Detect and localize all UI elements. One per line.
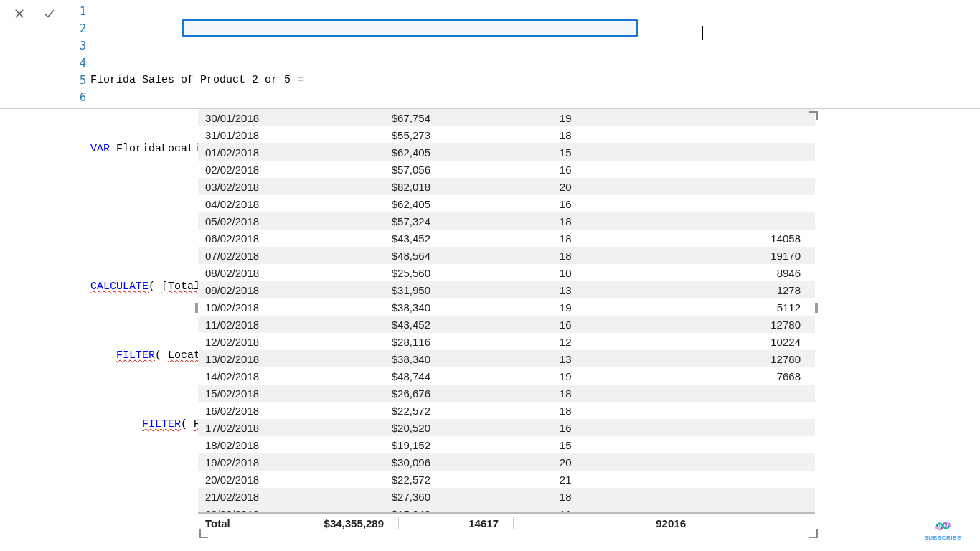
selection-corner-tr[interactable] [809, 111, 818, 120]
cell-date: 16/02/2018 [198, 402, 313, 419]
cell-amount: $31,950 [313, 281, 445, 298]
table-row[interactable]: 13/02/2018$38,3401312780 [198, 350, 815, 367]
cell-count: 18 [445, 488, 586, 505]
cell-extra: 19170 [586, 247, 815, 264]
selection-corner-bl[interactable] [199, 529, 208, 538]
cell-date: 09/02/2018 [198, 281, 313, 298]
cell-extra [586, 419, 815, 436]
table-row[interactable]: 17/02/2018$20,52016 [198, 419, 815, 436]
table-row[interactable]: 10/02/2018$38,340195112 [198, 298, 815, 316]
cell-count: 18 [445, 247, 586, 264]
code-line-1[interactable]: Florida Sales of Product 2 or 5 = [90, 72, 971, 89]
text-cursor [702, 26, 703, 40]
cell-extra: 7668 [586, 367, 815, 385]
cancel-icon[interactable] [13, 7, 26, 20]
cell-date: 02/02/2018 [198, 161, 313, 178]
table-row[interactable]: 15/02/2018$26,67618 [198, 385, 815, 402]
table-row[interactable]: 03/02/2018$82,01820 [198, 178, 815, 195]
table-row[interactable]: 20/02/2018$22,57221 [198, 471, 815, 488]
cell-date: 03/02/2018 [198, 178, 313, 195]
cell-date: 01/02/2018 [198, 143, 313, 161]
cell-count: 16 [445, 195, 586, 212]
table-row[interactable]: 21/02/2018$27,36018 [198, 488, 815, 505]
cell-extra: 14058 [586, 230, 815, 247]
cell-count: 16 [445, 161, 586, 178]
cell-amount: $57,056 [313, 161, 445, 178]
cell-count: 16 [445, 316, 586, 333]
table-row[interactable]: 08/02/2018$25,560108946 [198, 264, 815, 281]
cell-count: 18 [445, 212, 586, 230]
cell-date: 10/02/2018 [198, 298, 313, 316]
cell-amount: $55,273 [313, 126, 445, 143]
cell-extra: 5112 [586, 298, 815, 316]
table-row[interactable]: 30/01/2018$67,75419 [198, 109, 815, 126]
line-gutter: 123456 [72, 0, 90, 108]
cell-amount: $57,324 [313, 212, 445, 230]
table-row[interactable]: 06/02/2018$43,4521814058 [198, 230, 815, 247]
cell-count: 21 [445, 471, 586, 488]
cell-count: 16 [445, 419, 586, 436]
commit-icon[interactable] [43, 7, 56, 20]
table-row[interactable]: 31/01/2018$55,27318 [198, 126, 815, 143]
cell-amount: $25,560 [313, 264, 445, 281]
dna-icon: 🧬 [933, 517, 953, 536]
cell-count: 18 [445, 385, 586, 402]
table-visual[interactable]: 30/01/2018$67,7541931/01/2018$55,2731801… [198, 109, 815, 532]
table-row[interactable]: 14/02/2018$48,744197668 [198, 367, 815, 385]
cell-extra: 12780 [586, 350, 815, 367]
table-scroll[interactable]: 30/01/2018$67,7541931/01/2018$55,2731801… [198, 109, 815, 512]
cell-amount: $22,572 [313, 471, 445, 488]
cell-count: 19 [445, 298, 586, 316]
cell-extra: 1278 [586, 281, 815, 298]
cell-date: 12/02/2018 [198, 333, 313, 350]
watermark-label: SUBSCRIBE [924, 534, 961, 541]
cell-date: 17/02/2018 [198, 419, 313, 436]
code-area[interactable]: Florida Sales of Product 2 or 5 = VAR Fl… [90, 0, 971, 108]
formula-editor[interactable]: 123456 Florida Sales of Product 2 or 5 =… [72, 0, 980, 108]
cell-amount: $48,564 [313, 247, 445, 264]
table-row[interactable]: 12/02/2018$28,1161210224 [198, 333, 815, 350]
cell-extra [586, 126, 815, 143]
cell-extra [586, 453, 815, 471]
cell-amount: $43,452 [313, 316, 445, 333]
cell-amount: $22,572 [313, 402, 445, 419]
table-row[interactable]: 16/02/2018$22,57218 [198, 402, 815, 419]
table-row[interactable]: 01/02/2018$62,40515 [198, 143, 815, 161]
table-row[interactable]: 07/02/2018$48,5641819170 [198, 247, 815, 264]
cell-extra [586, 471, 815, 488]
table-body: 30/01/2018$67,7541931/01/2018$55,2731801… [198, 109, 815, 505]
cell-extra: 12780 [586, 316, 815, 333]
cell-amount: $27,360 [313, 488, 445, 505]
cell-date: 07/02/2018 [198, 247, 313, 264]
table-row[interactable]: 02/02/2018$57,05616 [198, 161, 815, 178]
cell-count: 15 [445, 143, 586, 161]
cell-amount: $20,520 [313, 419, 445, 436]
cell-extra [586, 195, 815, 212]
table-row[interactable]: 19/02/2018$30,09620 [198, 453, 815, 471]
cell-date: 14/02/2018 [198, 367, 313, 385]
table-row[interactable]: 09/02/2018$31,950131278 [198, 281, 815, 298]
selection-corner-br[interactable] [809, 529, 818, 538]
cell-count: 15 [445, 436, 586, 453]
cell-amount: $62,405 [313, 195, 445, 212]
table-row[interactable]: 04/02/2018$62,40516 [198, 195, 815, 212]
cell-count: 20 [445, 453, 586, 471]
cell-date: 30/01/2018 [198, 109, 313, 126]
table-row[interactable]: 05/02/2018$57,32418 [198, 212, 815, 230]
table-row[interactable]: 11/02/2018$43,4521612780 [198, 316, 815, 333]
table-row[interactable]: 18/02/2018$19,15215 [198, 436, 815, 453]
cell-extra [586, 143, 815, 161]
cell-date: 05/02/2018 [198, 212, 313, 230]
cell-count: 12 [445, 333, 586, 350]
total-count: 14617 [399, 517, 514, 529]
cell-date: 04/02/2018 [198, 195, 313, 212]
cell-count: 19 [445, 367, 586, 385]
cell-count: 11 [445, 505, 586, 512]
cell-extra [586, 109, 815, 126]
cell-date: 08/02/2018 [198, 264, 313, 281]
table-row-cutoff: 22/02/2018 $15,048 11 [198, 505, 815, 512]
cell-count: 18 [445, 126, 586, 143]
cell-date: 21/02/2018 [198, 488, 313, 505]
cell-extra: 8946 [586, 264, 815, 281]
cell-date: 19/02/2018 [198, 453, 313, 471]
